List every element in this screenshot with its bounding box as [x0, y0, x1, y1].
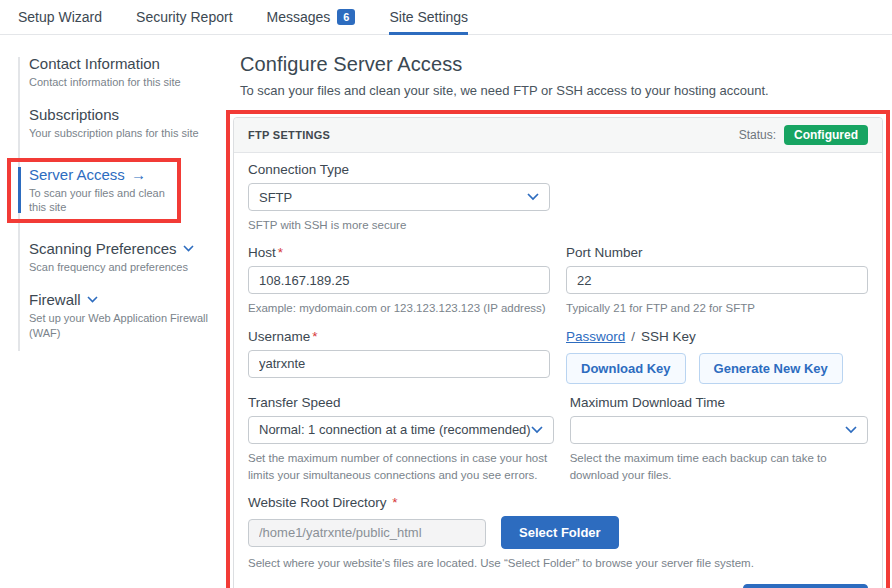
port-label: Port Number: [566, 245, 868, 260]
sidebar-item-firewall[interactable]: Firewall Set up your Web Application Fir…: [18, 291, 222, 340]
sidebar-item-subscriptions[interactable]: Subscriptions Your subscription plans fo…: [18, 106, 222, 140]
sidebar-item-scanning-preferences[interactable]: Scanning Preferences Scan frequency and …: [18, 240, 222, 274]
port-help: Typically 21 for FTP and 22 for SFTP: [566, 300, 868, 317]
connection-type-help: SFTP with SSH is more secure: [248, 217, 550, 234]
required-asterisk: *: [278, 245, 283, 260]
connection-type-select[interactable]: SFTP: [248, 183, 550, 211]
host-label-text: Host: [248, 245, 276, 260]
transfer-speed-help: Set the maximum number of connections in…: [248, 450, 554, 485]
status-label: Status:: [739, 128, 776, 142]
port-input[interactable]: [566, 266, 868, 294]
root-directory-label-text: Website Root Directory: [248, 495, 387, 510]
sidebar-item-subtitle: Contact information for this site: [29, 75, 222, 89]
sidebar-item-title: Scanning Preferences: [29, 240, 177, 257]
panel-title: FTP SETTINGS: [248, 129, 330, 141]
root-directory-label: Website Root Directory *: [248, 495, 868, 510]
active-item-indicator: [18, 167, 21, 214]
sidebar-item-title: Subscriptions: [29, 106, 222, 123]
sidebar-item-subtitle: Your subscription plans for this site: [29, 126, 222, 140]
transfer-speed-label: Transfer Speed: [248, 395, 554, 410]
top-nav: Setup Wizard Security Report Messages 6 …: [0, 0, 892, 35]
arrow-right-icon: →: [131, 166, 146, 183]
root-directory-help: Select where your website's files are lo…: [248, 555, 868, 572]
settings-sidebar: Contact Information Contact information …: [18, 55, 222, 357]
transfer-speed-select[interactable]: Normal: 1 connection at a time (recommen…: [248, 416, 554, 444]
chevron-down-icon: [527, 193, 539, 201]
tab-label: Security Report: [136, 9, 232, 25]
tab-site-settings[interactable]: Site Settings: [389, 0, 468, 34]
download-key-button[interactable]: Download Key: [566, 353, 686, 384]
select-folder-button[interactable]: Select Folder: [501, 516, 619, 549]
sidebar-item-title: Server Access: [29, 166, 125, 183]
generate-new-key-button[interactable]: Generate New Key: [699, 353, 843, 384]
max-download-time-select[interactable]: [570, 416, 868, 444]
save-changes-button[interactable]: Save Changes: [743, 584, 868, 588]
chevron-down-icon: [531, 426, 543, 434]
tab-label: Messages: [267, 9, 331, 25]
max-download-time-label: Maximum Download Time: [570, 395, 868, 410]
tab-security-report[interactable]: Security Report: [136, 0, 232, 34]
page-title: Configure Server Access: [240, 53, 890, 76]
host-help: Example: mydomain.com or 123.123.123.123…: [248, 300, 550, 317]
chevron-down-icon: [87, 296, 98, 303]
auth-separator: /: [631, 329, 635, 344]
required-asterisk: *: [312, 329, 317, 344]
username-input[interactable]: [248, 350, 550, 378]
tab-label: Site Settings: [389, 9, 468, 25]
chevron-down-icon: [183, 245, 194, 252]
annotation-box-ftp-settings: FTP SETTINGS Status: Configured Connecti…: [226, 110, 890, 588]
sidebar-item-subtitle: Set up your Web Application Firewall (WA…: [29, 311, 222, 340]
sidebar-item-subtitle: Scan frequency and preferences: [29, 260, 222, 274]
main-content: Configure Server Access To scan your fil…: [222, 35, 892, 588]
sidebar-item-title: Contact Information: [29, 55, 222, 72]
connection-type-label: Connection Type: [248, 162, 550, 177]
ftp-settings-panel: FTP SETTINGS Status: Configured Connecti…: [233, 117, 883, 588]
root-directory-input[interactable]: [248, 519, 486, 547]
transfer-speed-value: Normal: 1 connection at a time (recommen…: [259, 422, 531, 437]
sidebar-item-title: Firewall: [29, 291, 81, 308]
username-label: Username*: [248, 329, 550, 344]
chevron-down-icon: [845, 426, 857, 434]
sidebar-item-server-access[interactable]: Server Access → To scan your files and c…: [18, 166, 177, 215]
page-subtitle: To scan your files and clean your site, …: [240, 83, 890, 98]
ssh-key-tab-label[interactable]: SSH Key: [641, 329, 696, 344]
host-label: Host*: [248, 245, 550, 260]
tab-setup-wizard[interactable]: Setup Wizard: [18, 0, 102, 34]
connection-type-value: SFTP: [259, 190, 292, 205]
panel-header: FTP SETTINGS Status: Configured: [234, 118, 882, 153]
sidebar-item-contact-information[interactable]: Contact Information Contact information …: [18, 55, 222, 89]
status-badge: Configured: [784, 125, 868, 145]
sidebar-item-subtitle: To scan your files and clean this site: [29, 186, 177, 215]
max-download-time-help: Select the maximum time each backup can …: [570, 450, 868, 485]
password-tab-link[interactable]: Password: [566, 329, 625, 344]
messages-count-badge: 6: [337, 9, 355, 25]
required-asterisk: *: [392, 495, 397, 510]
tab-label: Setup Wizard: [18, 9, 102, 25]
tab-messages[interactable]: Messages 6: [267, 0, 356, 34]
annotation-box-server-access: Server Access → To scan your files and c…: [7, 158, 181, 224]
username-label-text: Username: [248, 329, 310, 344]
host-input[interactable]: [248, 266, 550, 294]
